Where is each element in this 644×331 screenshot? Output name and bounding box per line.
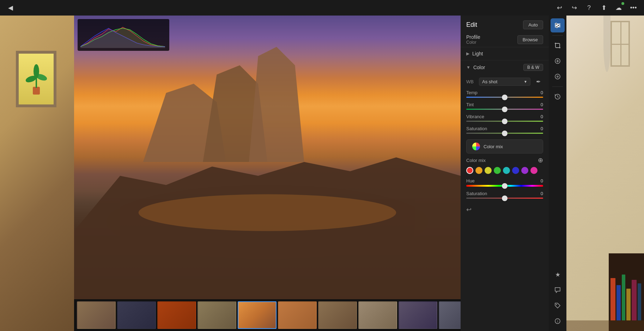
help-button[interactable]: ? <box>584 3 594 13</box>
photo-viewer: ✉ <box>74 16 461 331</box>
filmstrip-thumb-5[interactable] <box>278 301 317 329</box>
photo-overlay <box>74 16 461 299</box>
color-section-title: Color <box>473 65 485 70</box>
svg-point-25 <box>556 304 557 305</box>
color-mix-add-button[interactable]: ⊕ <box>538 156 543 164</box>
right-panel: Edit Auto Profile Color Browse ▶ Light ▼… <box>461 16 566 331</box>
light-section-header[interactable]: ▶ Light <box>461 47 549 60</box>
profile-label: Profile <box>466 34 480 40</box>
temp-slider-thumb[interactable] <box>502 95 508 100</box>
cloud-sync-button[interactable]: ☁ <box>614 3 624 13</box>
color-section-header[interactable]: ▼ Color B & W <box>461 60 549 74</box>
history-button[interactable]: ↩ <box>466 206 472 213</box>
color-dot-purple[interactable] <box>521 167 528 174</box>
hue-value: 0 <box>541 178 543 183</box>
tag-button[interactable] <box>551 299 565 313</box>
main-content: ✉ Edit Auto Profile Color Browse <box>0 16 644 331</box>
color-dot-magenta[interactable] <box>530 167 537 174</box>
color-dot-orange[interactable] <box>475 167 482 174</box>
filmstrip-thumb-1[interactable] <box>117 301 156 329</box>
color-saturation-label: Saturation <box>466 191 487 196</box>
saturation-slider-thumb[interactable] <box>502 131 508 136</box>
color-dot-green[interactable] <box>494 167 501 174</box>
filmstrip-thumb-0[interactable] <box>77 301 116 329</box>
saturation-slider-row: Saturation 0 <box>461 125 549 137</box>
bw-button[interactable]: B & W <box>523 64 543 71</box>
vibrance-slider-thumb[interactable] <box>502 119 508 124</box>
filmstrip-thumb-7[interactable] <box>358 301 397 329</box>
bookshelf <box>609 253 644 331</box>
filmstrip-thumb-3[interactable] <box>198 301 236 329</box>
info-button[interactable]: i <box>551 314 565 328</box>
share-button[interactable]: ⬆ <box>599 3 609 13</box>
wb-picker-icon[interactable]: ✒ <box>533 77 543 86</box>
window-divider-v <box>620 22 621 65</box>
left-background <box>0 16 74 331</box>
svg-text:i: i <box>557 319 558 323</box>
color-mix-section-label: Color mix <box>466 158 486 163</box>
hue-slider-thumb[interactable] <box>502 183 508 189</box>
temp-label: Temp <box>466 90 478 95</box>
right-background <box>566 16 644 331</box>
wb-select[interactable]: As shot ▼ <box>479 78 530 86</box>
masking-tool-button[interactable] <box>551 70 565 84</box>
browse-button[interactable]: Browse <box>517 35 543 44</box>
color-dot-red[interactable] <box>466 167 473 174</box>
profile-row: Profile Color Browse <box>461 33 549 47</box>
back-button[interactable]: ◀ <box>6 3 16 13</box>
edit-panel: Edit Auto Profile Color Browse ▶ Light ▼… <box>461 16 549 331</box>
color-dot-teal[interactable] <box>503 167 510 174</box>
color-dot-blue[interactable] <box>512 167 519 174</box>
light-section-title: Light <box>472 51 483 56</box>
history-row: ↩ <box>461 201 549 218</box>
books <box>610 260 642 320</box>
tint-slider[interactable] <box>466 109 543 110</box>
artwork-inner <box>19 54 54 104</box>
filmstrip-thumb-6[interactable] <box>318 301 357 329</box>
saturation-slider[interactable] <box>466 133 543 134</box>
color-saturation-slider-row: Saturation 0 <box>461 189 549 201</box>
tint-value: 0 <box>541 102 543 107</box>
edit-header: Edit Auto <box>461 16 549 33</box>
color-saturation-slider-thumb[interactable] <box>502 195 508 201</box>
filmstrip-thumb-8[interactable] <box>399 301 437 329</box>
wb-chevron-icon: ▼ <box>524 80 527 84</box>
history-tool-button[interactable] <box>551 90 565 104</box>
tint-label: Tint <box>466 102 474 107</box>
star-button[interactable]: ★ <box>551 267 565 282</box>
undo-button[interactable]: ↩ <box>554 3 564 13</box>
wb-label: WB <box>466 79 476 84</box>
filmstrip-thumb-2[interactable] <box>157 301 196 329</box>
color-mix-icon <box>472 143 480 150</box>
cloud-status-dot <box>621 2 624 5</box>
filmstrip-thumb-9[interactable] <box>439 301 461 329</box>
vibrance-slider[interactable] <box>466 121 543 122</box>
heal-tool-button[interactable] <box>551 54 565 68</box>
main-photo[interactable] <box>74 16 461 299</box>
hue-slider-row: Hue 0 <box>461 177 549 189</box>
temp-slider[interactable] <box>466 97 543 98</box>
color-mix-button[interactable]: Color mix <box>466 139 543 154</box>
histogram-chart <box>80 22 165 48</box>
redo-button[interactable]: ↪ <box>569 3 579 13</box>
filmstrip-thumb-4[interactable] <box>238 301 277 329</box>
color-saturation-slider[interactable] <box>466 198 543 199</box>
crop-tool-button[interactable] <box>551 38 565 53</box>
svg-point-4 <box>34 64 39 78</box>
more-options-button[interactable]: ••• <box>628 3 638 13</box>
room-floor <box>566 320 644 331</box>
artwork-frame <box>16 51 56 107</box>
vibrance-slider-row: Vibrance 0 <box>461 113 549 125</box>
topbar-left: ◀ <box>6 3 16 13</box>
adjust-tool-button[interactable] <box>551 18 565 32</box>
temp-value: 0 <box>541 90 543 95</box>
color-dot-yellow[interactable] <box>485 167 492 174</box>
hue-slider[interactable] <box>466 185 543 187</box>
svg-rect-0 <box>33 87 40 95</box>
svg-marker-9 <box>249 47 304 162</box>
auto-button[interactable]: Auto <box>523 20 543 29</box>
vibrance-label: Vibrance <box>466 114 484 119</box>
tint-slider-thumb[interactable] <box>502 107 508 112</box>
comment-button[interactable] <box>551 283 565 297</box>
tool-divider-1 <box>552 35 563 36</box>
